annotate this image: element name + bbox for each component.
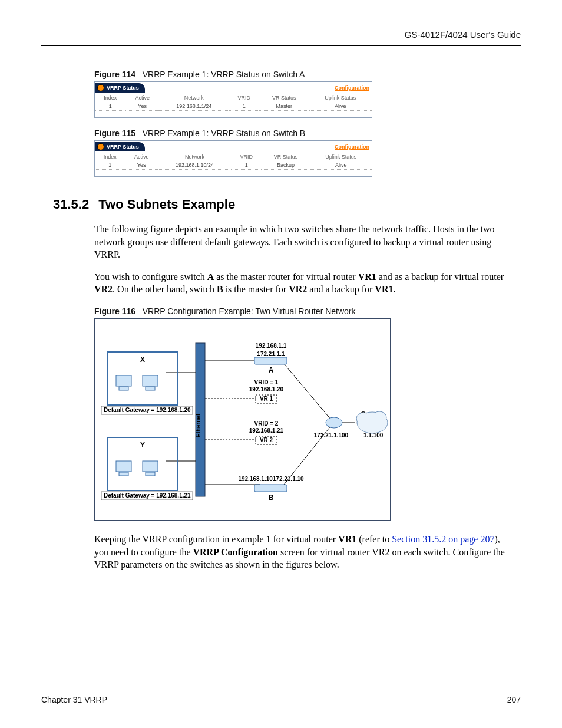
vrid2-label: VRID = 2	[254, 420, 279, 427]
switch-a-ip: 192.168.1.1	[256, 342, 287, 349]
table-row: 1 Yes 192.168.1.10/24 1 Backup Alive	[95, 161, 372, 170]
p2-vr1: VR1	[358, 272, 376, 282]
svg-rect-9	[116, 375, 131, 386]
vrrp-panel-title: VRRP Status	[107, 85, 139, 91]
svg-rect-12	[146, 387, 155, 390]
switch-b-label: B	[269, 493, 274, 502]
cell-network: 192.168.1.1/24	[159, 102, 229, 111]
svg-rect-11	[143, 375, 158, 386]
group-x-label: X	[140, 355, 145, 364]
cell-uplink: Alive	[309, 102, 372, 111]
vr1-label: VR 1	[260, 396, 273, 402]
p3-text: (refer to	[356, 534, 392, 544]
col-index: Index	[95, 153, 125, 161]
vrrp-table-a: Index Active Network VRID VR Status Upli…	[95, 94, 372, 117]
p2-vr2: VR2	[94, 284, 113, 294]
col-vrid: VRID	[232, 153, 262, 161]
p2-text: and a backup for	[307, 284, 375, 294]
switch-a-label: A	[269, 366, 274, 374]
svg-rect-10	[119, 387, 128, 390]
group-y-label: Y	[140, 441, 145, 449]
pc-icon	[116, 375, 131, 390]
footer-page-number: 207	[507, 695, 521, 704]
default-gateway-x: Default Gateway = 192.168.1.20	[104, 407, 191, 413]
page-footer: Chapter 31 VRRP 207	[41, 679, 521, 704]
p2-text: You wish to configure switch	[94, 272, 207, 282]
svg-point-26	[326, 417, 342, 428]
status-indicator-icon	[97, 143, 104, 150]
vrip2-label: 192.168.1.21	[249, 427, 284, 434]
cell-active: Yes	[125, 102, 159, 111]
pc-icon	[116, 461, 131, 476]
col-active: Active	[125, 94, 159, 102]
configuration-link-b[interactable]: Configuration	[335, 144, 369, 150]
section-heading: 31.5.2 Two Subnets Example	[53, 197, 521, 212]
vrrp-panel-title: VRRP Status	[107, 144, 139, 150]
cell-network: 192.168.1.10/24	[158, 161, 232, 170]
cell-index: 1	[95, 102, 125, 111]
figure-114-title: VRRP Example 1: VRRP Status on Switch A	[143, 70, 305, 79]
figure-116-title: VRRP Configuration Example: Two Virtual …	[143, 307, 356, 316]
cell-active: Yes	[125, 161, 158, 170]
vrrp-tab-b: VRRP Status	[95, 142, 145, 151]
p2-vr2b: VR2	[289, 284, 307, 294]
vrrp-table-b: Index Active Network VRID VR Status Upli…	[95, 153, 372, 176]
cell-vrstatus: Backup	[262, 161, 310, 170]
figure-115-caption: Figure 115 VRRP Example 1: VRRP Status o…	[94, 129, 515, 138]
p2-switch-a: A	[207, 272, 214, 282]
header-rule	[41, 45, 521, 46]
figure-116-caption: Figure 116 VRRP Configuration Example: T…	[94, 307, 515, 316]
col-vrstatus: VR Status	[259, 94, 309, 102]
svg-line-5	[284, 364, 331, 420]
vrrp-tab-a: VRRP Status	[95, 83, 145, 93]
vrrp-status-panel-b: VRRP Status Configuration Index Active N…	[94, 140, 372, 177]
vrip1-label: 192.168.1.20	[249, 386, 284, 393]
vrid1-label: VRID = 1	[254, 379, 279, 386]
svg-rect-17	[143, 461, 158, 472]
p2-text: . On the other hand, switch	[113, 284, 217, 294]
p2-switch-b: B	[217, 284, 223, 294]
svg-rect-20	[254, 357, 287, 364]
col-index: Index	[95, 94, 125, 102]
col-vrstatus: VR Status	[262, 153, 310, 161]
paragraph-2: You wish to configure switch A as the ma…	[94, 271, 515, 296]
figure-115-title: VRRP Example 1: VRRP Status on Switch B	[143, 129, 306, 138]
p2-text: and as a backup for virtual router	[376, 272, 504, 282]
cell-vrid: 1	[232, 161, 262, 170]
p2-text: as the master router for virtual router	[214, 272, 358, 282]
col-active: Active	[125, 153, 158, 161]
vr2-label: VR 2	[260, 437, 273, 443]
p2-vr1b: VR1	[375, 284, 393, 294]
vrrp-status-panel-a: VRRP Status Configuration Index Active N…	[94, 81, 372, 118]
paragraph-1: The following figure depicts an example …	[94, 223, 515, 261]
section-number: 31.5.2	[53, 197, 89, 212]
figure-114-caption: Figure 114 VRRP Example 1: VRRP Status o…	[94, 70, 515, 79]
paragraph-3: Keeping the VRRP configuration in exampl…	[94, 533, 515, 571]
svg-point-30	[358, 413, 387, 433]
section-cross-ref-link[interactable]: Section 31.5.2 on page 207	[392, 534, 494, 544]
cell-vrid: 1	[229, 102, 259, 111]
ethernet-label: Ethernet	[195, 413, 201, 437]
figure-116-label: Figure 116	[94, 307, 135, 316]
table-row: 1 Yes 192.168.1.1/24 1 Master Alive	[95, 102, 372, 111]
wan-ip-label: 172.21.1.100	[314, 432, 349, 439]
table-row	[95, 170, 372, 176]
col-uplink: Uplink Status	[310, 153, 372, 161]
switch-b-ip: 192.168.1.10172.21.1.10	[238, 476, 304, 482]
figure-114-label: Figure 114	[94, 70, 135, 79]
col-network: Network	[159, 94, 229, 102]
network-diagram: Ethernet X	[94, 318, 391, 521]
cell-index: 1	[95, 161, 125, 170]
cell-vrstatus: Master	[259, 102, 309, 111]
p3-vr1: VR1	[338, 534, 356, 544]
col-network: Network	[158, 153, 232, 161]
pc-icon	[143, 375, 158, 390]
footer-chapter: Chapter 31 VRRP	[41, 695, 107, 704]
configuration-link-a[interactable]: Configuration	[335, 85, 369, 91]
cell-uplink: Alive	[310, 161, 372, 170]
default-gateway-y: Default Gateway = 192.168.1.21	[104, 492, 191, 499]
pc-icon	[143, 461, 158, 476]
svg-rect-15	[116, 461, 131, 472]
p2-text: is the master for	[223, 284, 289, 294]
col-uplink: Uplink Status	[309, 94, 372, 102]
